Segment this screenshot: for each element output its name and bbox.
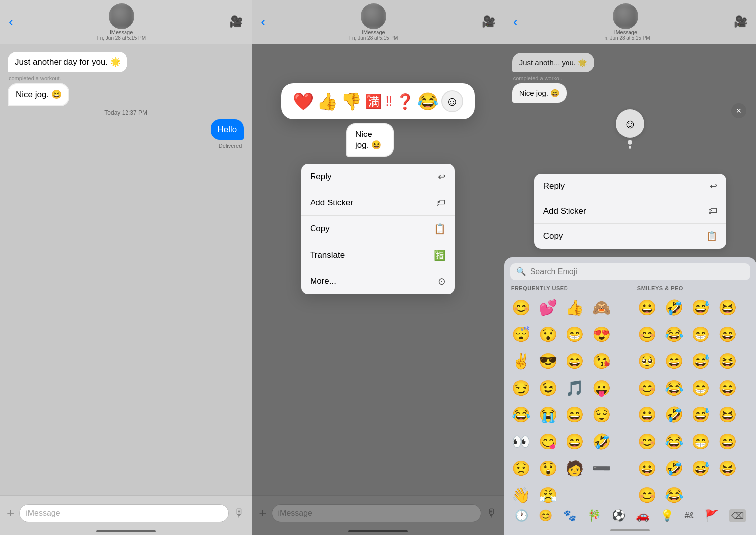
emoji-cell[interactable]: 😊: [634, 321, 660, 347]
emoji-cell[interactable]: 😊: [508, 294, 534, 320]
emoji-cell[interactable]: 🎵: [562, 375, 588, 401]
emoji-cell[interactable]: 😟: [508, 455, 534, 481]
kb-symbols-icon[interactable]: #&: [685, 511, 694, 520]
emoji-cell[interactable]: 😄: [715, 428, 741, 454]
emoji-scroll-area[interactable]: FREQUENTLY USED 😊 💕 👍 🙈 😴 😯 😁 😍 ✌️ 😎 😄: [504, 283, 756, 505]
emoji-cell[interactable]: 😀: [634, 455, 660, 481]
menu-more[interactable]: More... ⊙: [301, 268, 455, 294]
menu-copy[interactable]: Copy 📋: [301, 216, 455, 242]
emoji-cell[interactable]: 😍: [589, 321, 615, 347]
emoji-cell[interactable]: 😴: [508, 321, 534, 347]
emoji-cell[interactable]: 😅: [688, 348, 714, 374]
emoji-cell[interactable]: 😀: [634, 401, 660, 427]
kb-flags-icon[interactable]: 🚩: [705, 509, 718, 522]
emoji-cell[interactable]: 😄: [715, 321, 741, 347]
emoji-cell[interactable]: 😤: [535, 482, 561, 505]
kb-clock-icon[interactable]: 🕐: [515, 509, 528, 522]
emoji-cell[interactable]: 😂: [661, 321, 687, 347]
menu-add-sticker[interactable]: Add Sticker 🏷: [301, 190, 455, 216]
emoji-cell[interactable]: 🤣: [661, 401, 687, 427]
emoji-cell[interactable]: 😂: [661, 375, 687, 401]
dismiss-button-3[interactable]: ✕: [731, 103, 746, 118]
emoji-cell[interactable]: 😛: [589, 375, 615, 401]
back-button-2[interactable]: ‹: [261, 14, 265, 30]
emoji-cell[interactable]: 💕: [535, 294, 561, 320]
panel-3: ‹ iMessage Fri, Jun 28 at 5:15 PM 🎥 Just…: [504, 0, 756, 535]
back-button-3[interactable]: ‹: [513, 14, 518, 30]
emoji-cell[interactable]: 🤣: [661, 294, 687, 320]
video-call-button-2[interactable]: 🎥: [482, 15, 495, 28]
emoji-cell[interactable]: 😁: [688, 321, 714, 347]
kb-activity-icon[interactable]: ⚽: [612, 509, 625, 522]
emoji-cell[interactable]: 😏: [508, 375, 534, 401]
emoji-cell[interactable]: 😆: [715, 348, 741, 374]
emoji-cell[interactable]: 😊: [634, 428, 660, 454]
reaction-thumbsup[interactable]: 👍: [317, 91, 338, 111]
emoji-cell[interactable]: 😯: [535, 321, 561, 347]
more-reactions-button[interactable]: ☺: [441, 90, 463, 112]
emoji-cell[interactable]: 🙈: [589, 294, 615, 320]
emoji-cell[interactable]: 😄: [715, 375, 741, 401]
emoji-cell[interactable]: 👀: [508, 428, 534, 454]
emoji-cell[interactable]: 😅: [688, 401, 714, 427]
kb-travel-icon[interactable]: 🚗: [636, 509, 649, 522]
emoji-cell[interactable]: 😌: [589, 401, 615, 427]
back-button-1[interactable]: ‹: [9, 14, 13, 30]
emoji-cell[interactable]: 😄: [562, 348, 588, 374]
emoji-cell[interactable]: 😉: [535, 375, 561, 401]
emoji-cell[interactable]: 🤣: [661, 455, 687, 481]
reaction-thumbsdown[interactable]: 👎: [341, 91, 362, 111]
emoji-cell[interactable]: 😄: [562, 428, 588, 454]
kb-food-icon[interactable]: 🎋: [587, 509, 601, 522]
kb-nature-icon[interactable]: 🐾: [563, 509, 576, 522]
emoji-cell[interactable]: 😄: [661, 348, 687, 374]
menu-translate[interactable]: Translate 🈯: [301, 242, 455, 268]
emoji-cell[interactable]: 😆: [715, 455, 741, 481]
kb-delete-icon[interactable]: ⌫: [729, 509, 746, 522]
emoji-cell[interactable]: 👋: [508, 482, 534, 505]
message-input-1[interactable]: iMessage: [19, 504, 229, 522]
reaction-laugh[interactable]: 😂: [417, 91, 438, 111]
emoji-cell[interactable]: 😁: [562, 321, 588, 347]
p3-menu-sticker[interactable]: Add Sticker 🏷: [534, 199, 726, 224]
emoji-cell[interactable]: 😆: [715, 294, 741, 320]
emoji-cell[interactable]: 😅: [688, 455, 714, 481]
emoji-cell[interactable]: 😎: [535, 348, 561, 374]
kb-objects-icon[interactable]: 💡: [660, 509, 674, 522]
p3-menu-copy[interactable]: Copy 📋: [534, 224, 726, 249]
emoji-search-input[interactable]: [530, 268, 744, 276]
reaction-heart[interactable]: ❤️: [293, 91, 314, 111]
emoji-cell[interactable]: 😁: [688, 428, 714, 454]
plus-button-1[interactable]: +: [7, 505, 14, 521]
emoji-cell[interactable]: 👍: [562, 294, 588, 320]
emoji-cell[interactable]: 😀: [634, 294, 660, 320]
emoji-cell[interactable]: 😅: [688, 294, 714, 320]
video-call-button-1[interactable]: 🎥: [229, 15, 243, 28]
emoji-cell[interactable]: 😋: [535, 428, 561, 454]
emoji-cell[interactable]: 😆: [715, 401, 741, 427]
emoji-cell[interactable]: 😊: [634, 375, 660, 401]
emoji-cell[interactable]: 😄: [562, 401, 588, 427]
emoji-cell[interactable]: 😁: [688, 375, 714, 401]
emoji-cell[interactable]: ✌️: [508, 348, 534, 374]
emoji-cell[interactable]: ➖: [589, 455, 615, 481]
kb-smiley-icon[interactable]: 😊: [539, 509, 552, 522]
emoji-cell[interactable]: 🤣: [589, 428, 615, 454]
emoji-cell[interactable]: 😂: [508, 401, 534, 427]
reaction-haha[interactable]: 🈵: [365, 93, 382, 110]
mic-button-1[interactable]: 🎙: [234, 507, 245, 520]
emoji-cell[interactable]: 😘: [589, 348, 615, 374]
emoji-search-bar[interactable]: 🔍: [510, 263, 750, 280]
emoji-cell[interactable]: 🥺: [634, 348, 660, 374]
emoji-cell[interactable]: 😊: [634, 482, 660, 505]
emoji-cell[interactable]: 😂: [661, 428, 687, 454]
emoji-cell[interactable]: 😲: [535, 455, 561, 481]
reaction-exclamation[interactable]: ‼️: [385, 93, 392, 109]
reaction-question[interactable]: ❓: [396, 93, 414, 110]
video-call-button-3[interactable]: 🎥: [734, 15, 747, 28]
menu-reply[interactable]: Reply ↩: [301, 164, 455, 190]
emoji-cell[interactable]: 🧑: [562, 455, 588, 481]
emoji-cell[interactable]: 😭: [535, 401, 561, 427]
emoji-cell[interactable]: 😂: [661, 482, 687, 505]
p3-menu-reply[interactable]: Reply ↩: [534, 174, 726, 199]
